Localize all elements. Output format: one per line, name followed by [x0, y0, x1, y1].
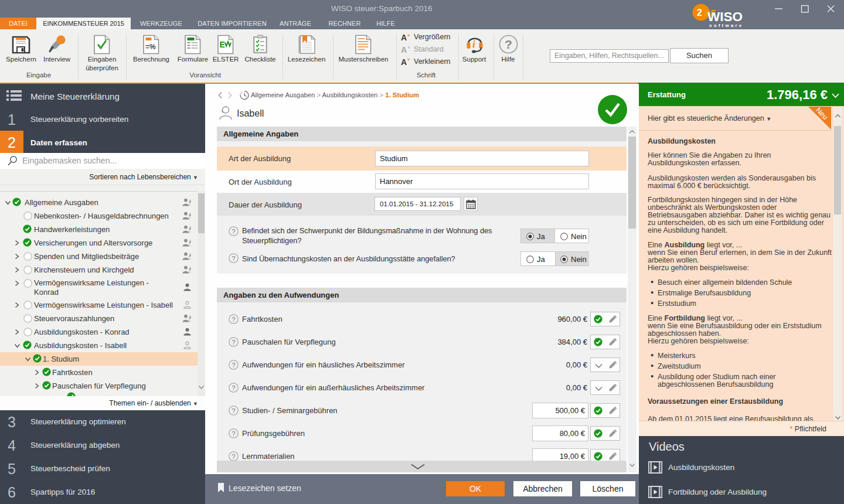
svg-text:software: software: [709, 23, 744, 28]
svg-text:=%: =%: [145, 43, 156, 51]
svg-text:WISO: WISO: [707, 9, 743, 24]
svg-text:A: A: [401, 45, 407, 53]
svg-text:?: ?: [232, 362, 235, 369]
svg-text:2: 2: [697, 8, 702, 18]
svg-text:?: ?: [505, 38, 512, 51]
svg-text:?: ?: [232, 384, 235, 391]
svg-text:?: ?: [232, 339, 235, 346]
svg-text:?: ?: [232, 430, 235, 437]
svg-text:?: ?: [232, 228, 235, 235]
svg-text:E: E: [220, 40, 225, 49]
svg-text:A: A: [401, 33, 407, 41]
svg-text:?: ?: [232, 255, 235, 262]
svg-text:?: ?: [232, 453, 235, 460]
svg-text:?: ?: [232, 407, 235, 414]
svg-text:A: A: [401, 57, 407, 66]
svg-text:i: i: [472, 39, 475, 50]
svg-text:?: ?: [232, 316, 235, 323]
